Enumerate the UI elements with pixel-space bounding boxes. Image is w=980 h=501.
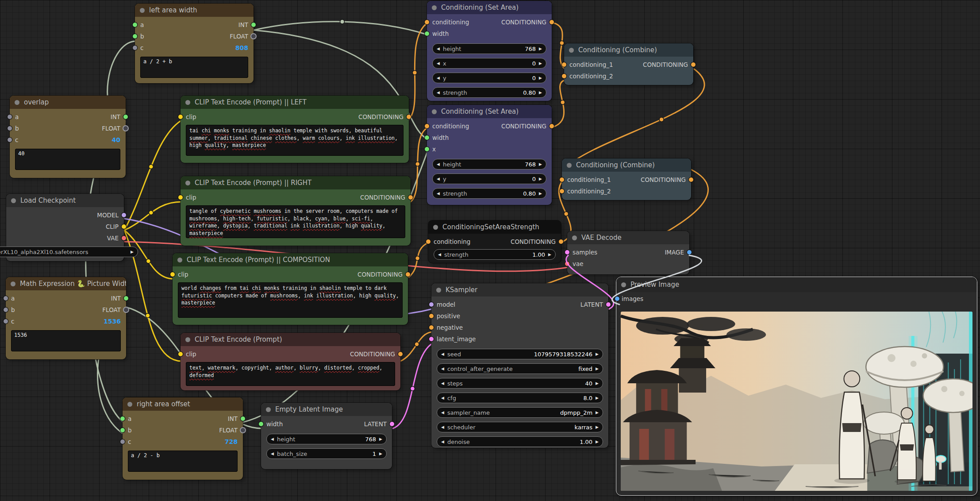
collapse-dot[interactable] (621, 282, 626, 287)
ckpt-name-combo[interactable]: ◀ erXL10_alpha2Xl10.safetensors ▶ (0, 247, 138, 257)
widget-strength[interactable]: ◀strength1.00▶ (434, 249, 556, 260)
input-slot-b[interactable] (133, 34, 137, 39)
input-slot-a[interactable] (133, 23, 137, 27)
output-slot-int[interactable] (241, 416, 245, 421)
input-slot-latent-image[interactable] (429, 337, 434, 341)
input-slot-clip[interactable] (178, 115, 183, 119)
input-slot-images[interactable] (615, 297, 619, 301)
output-slot-float[interactable] (241, 428, 245, 432)
node-clip-text-encode-negative[interactable]: CLIP Text Encode (Prompt) clip CONDITION… (181, 333, 400, 390)
output-slot-image[interactable] (687, 250, 692, 254)
widget-x[interactable]: ◀x0▶ (432, 58, 546, 69)
prompt-textarea[interactable]: text, watermark, copyright, author, blur… (186, 362, 395, 386)
collapse-dot[interactable] (433, 225, 438, 230)
node-conditioning-set-area-1[interactable]: Conditioning (Set Area) conditioning CON… (427, 1, 552, 101)
node-right-area-offset[interactable]: right area offset a INT b FLOAT c 728 a … (123, 397, 243, 480)
input-slot-clip[interactable] (178, 195, 183, 200)
output-slot-conditioning[interactable] (691, 62, 696, 67)
widget-steps[interactable]: ◀steps40▶ (437, 378, 603, 389)
output-slot-float[interactable] (251, 34, 256, 39)
node-title-bar[interactable]: left area width (135, 4, 254, 17)
input-slot-c[interactable] (8, 138, 12, 142)
widget-seed[interactable]: ◀seed1079579318532246▶ (437, 349, 603, 359)
input-slot-clip[interactable] (178, 352, 183, 356)
input-slot-model[interactable] (429, 302, 434, 307)
output-slot-clip[interactable] (122, 224, 126, 229)
collapse-dot[interactable] (266, 407, 271, 412)
input-slot-samples[interactable] (565, 250, 569, 254)
expression-input[interactable]: 40 (15, 149, 120, 170)
node-conditioning-combine-1[interactable]: Conditioning (Combine) conditioning_1 CO… (564, 43, 693, 85)
widget-height[interactable]: ◀height768▶ (432, 159, 546, 170)
input-slot-width[interactable] (425, 31, 429, 36)
output-slot-conditioning[interactable] (398, 352, 403, 356)
input-slot-b[interactable] (8, 126, 12, 131)
collapse-dot[interactable] (432, 5, 437, 10)
collapse-dot[interactable] (15, 100, 19, 105)
node-conditioning-set-area-2[interactable]: Conditioning (Set Area) conditioning CON… (427, 105, 552, 205)
widget-height[interactable]: ◀height768▶ (266, 434, 387, 444)
collapse-dot[interactable] (177, 258, 182, 262)
output-slot-conditioning[interactable] (406, 272, 410, 277)
node-vae-decode[interactable]: VAE Decode samples IMAGE vae (567, 231, 689, 274)
input-slot-c[interactable] (120, 439, 125, 444)
collapse-dot[interactable] (11, 281, 15, 286)
input-slot-positive[interactable] (429, 314, 434, 318)
collapse-dot[interactable] (432, 109, 437, 114)
output-slot-float[interactable] (124, 308, 128, 312)
output-slot-conditioning[interactable] (550, 124, 554, 128)
prompt-textarea[interactable]: tai chi monks training in shaolin temple… (186, 125, 404, 156)
output-slot-int[interactable] (123, 115, 128, 119)
expression-input[interactable]: a / 2 - b (128, 451, 238, 472)
node-clip-text-encode-left[interactable]: CLIP Text Encode (Prompt) || LEFT clip C… (181, 96, 409, 163)
output-slot-conditioning[interactable] (689, 177, 693, 182)
output-slot-float[interactable] (123, 126, 128, 131)
node-preview-image[interactable]: Preview Image images (616, 277, 977, 496)
input-slot-conditioning[interactable] (425, 20, 429, 24)
collapse-dot[interactable] (569, 48, 574, 53)
widget-y[interactable]: ◀y0▶ (432, 73, 546, 83)
prompt-textarea[interactable]: tangle of cybernetic mushrooms in the se… (186, 205, 405, 238)
input-slot-b[interactable] (120, 428, 125, 432)
node-conditioning-combine-2[interactable]: Conditioning (Combine) conditioning_1 CO… (562, 158, 691, 200)
collapse-dot[interactable] (185, 337, 190, 342)
widget-cfg[interactable]: ◀cfg8.0▶ (437, 393, 603, 403)
output-slot-latent[interactable] (606, 302, 611, 307)
input-slot-vae[interactable] (565, 262, 569, 266)
input-slot-conditioning-1[interactable] (562, 62, 566, 67)
output-slot-vae[interactable] (122, 236, 126, 240)
collapse-dot[interactable] (185, 181, 190, 185)
collapse-dot[interactable] (140, 8, 145, 13)
node-empty-latent-image[interactable]: Empty Latent Image width LATENT ◀height7… (261, 403, 392, 469)
input-slot-c[interactable] (133, 46, 137, 50)
widget-strength[interactable]: ◀strength0.80▶ (432, 188, 546, 199)
widget-height[interactable]: ◀height768▶ (432, 43, 546, 54)
input-slot-conditioning-2[interactable] (560, 189, 564, 193)
input-slot-b[interactable] (4, 308, 8, 312)
input-slot-c[interactable] (4, 319, 8, 324)
widget-sampler-name[interactable]: ◀sampler_namedpmpp_2m▶ (437, 407, 603, 418)
widget-control-after-generate[interactable]: ◀control_after_generatefixed▶ (437, 363, 603, 374)
collapse-dot[interactable] (436, 288, 441, 293)
collapse-dot[interactable] (185, 100, 190, 105)
output-slot-int[interactable] (124, 296, 128, 301)
input-slot-a[interactable] (4, 296, 8, 301)
input-slot-conditioning[interactable] (426, 239, 430, 244)
input-slot-conditioning-1[interactable] (560, 177, 564, 182)
output-slot-conditioning[interactable] (408, 195, 413, 200)
node-clip-text-encode-composition[interactable]: CLIP Text Encode (Prompt) || COMPOSITION… (173, 253, 408, 325)
input-slot-negative[interactable] (429, 325, 434, 330)
widget-y[interactable]: ◀y0▶ (432, 173, 546, 184)
input-slot-width[interactable] (425, 135, 429, 140)
widget-strength[interactable]: ◀strength0.80▶ (432, 87, 546, 98)
output-slot-conditioning[interactable] (550, 20, 554, 24)
output-slot-conditioning[interactable] (559, 239, 563, 244)
expression-input[interactable]: a / 2 + b (140, 57, 248, 78)
node-ksampler[interactable]: KSampler model LATENT positive negative … (431, 283, 608, 448)
widget-scheduler[interactable]: ◀schedulerkarras▶ (437, 422, 603, 432)
output-slot-conditioning[interactable] (407, 115, 411, 119)
input-slot-conditioning[interactable] (425, 124, 429, 128)
collapse-dot[interactable] (567, 163, 572, 168)
node-clip-text-encode-right[interactable]: CLIP Text Encode (Prompt) || RIGHT clip … (181, 176, 411, 246)
input-slot-conditioning-2[interactable] (562, 74, 566, 78)
